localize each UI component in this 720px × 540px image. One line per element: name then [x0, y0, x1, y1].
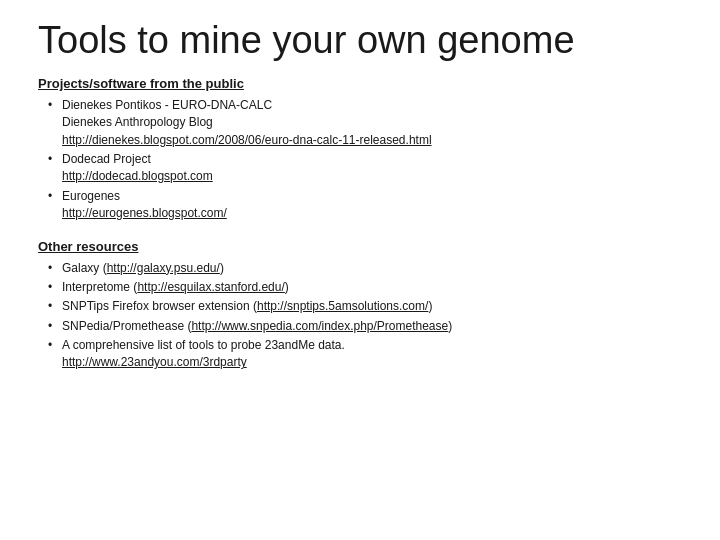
- eurogenes-link[interactable]: http://eurogenes.blogspot.com/: [62, 206, 227, 220]
- list-item: Galaxy (http://galaxy.psu.edu/): [48, 260, 682, 277]
- item-text: SNPedia/Promethease (http://www.snpedia.…: [62, 319, 452, 333]
- list-item: SNPedia/Promethease (http://www.snpedia.…: [48, 318, 682, 335]
- 23andyou-link[interactable]: http://www.23andyou.com/3rdparty: [62, 355, 247, 369]
- list-item: Eurogenes http://eurogenes.blogspot.com/: [48, 188, 682, 223]
- section2: Other resources Galaxy (http://galaxy.ps…: [38, 239, 682, 372]
- interpretome-link[interactable]: http://esquilax.stanford.edu/: [137, 280, 284, 294]
- list-item: Dienekes Pontikos - EURO-DNA-CALC Dienek…: [48, 97, 682, 149]
- section1-list: Dienekes Pontikos - EURO-DNA-CALC Dienek…: [48, 97, 682, 223]
- dienekes-link[interactable]: http://dienekes.blogspot.com/2008/06/eur…: [62, 133, 432, 147]
- galaxy-link[interactable]: http://galaxy.psu.edu/: [107, 261, 220, 275]
- snpedia-link[interactable]: http://www.snpedia.com/index.php/Prometh…: [191, 319, 448, 333]
- item-text: Eurogenes http://eurogenes.blogspot.com/: [62, 189, 227, 220]
- item-text: SNPTips Firefox browser extension (http:…: [62, 299, 432, 313]
- list-item: Interpretome (http://esquilax.stanford.e…: [48, 279, 682, 296]
- item-text: Dodecad Project http://dodecad.blogspot.…: [62, 152, 213, 183]
- section1-heading: Projects/software from the public: [38, 76, 682, 91]
- item-text: Galaxy (http://galaxy.psu.edu/): [62, 261, 224, 275]
- dodecad-link[interactable]: http://dodecad.blogspot.com: [62, 169, 213, 183]
- section2-heading: Other resources: [38, 239, 682, 254]
- item-text: Dienekes Pontikos - EURO-DNA-CALC Dienek…: [62, 98, 432, 147]
- page-title: Tools to mine your own genome: [38, 20, 682, 62]
- item-text: A comprehensive list of tools to probe 2…: [62, 338, 345, 369]
- section1: Projects/software from the public Dienek…: [38, 76, 682, 223]
- list-item: Dodecad Project http://dodecad.blogspot.…: [48, 151, 682, 186]
- section2-list: Galaxy (http://galaxy.psu.edu/) Interpre…: [48, 260, 682, 372]
- list-item: A comprehensive list of tools to probe 2…: [48, 337, 682, 372]
- list-item: SNPTips Firefox browser extension (http:…: [48, 298, 682, 315]
- item-text: Interpretome (http://esquilax.stanford.e…: [62, 280, 289, 294]
- snptips-link[interactable]: http://snptips.5amsolutions.com/: [257, 299, 428, 313]
